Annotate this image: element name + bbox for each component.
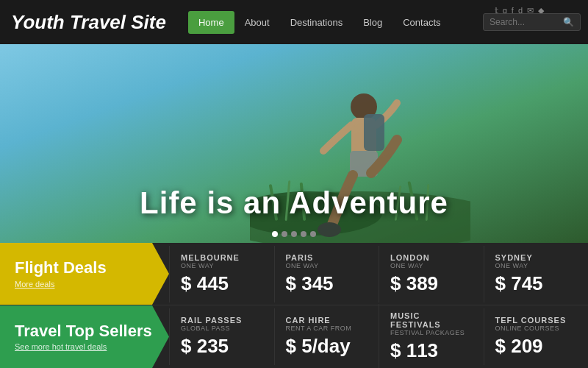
nav-item-home[interactable]: Home (188, 11, 234, 34)
flight-deals-row: Flight Deals More deals MELBOURNE ONE WA… (0, 243, 588, 305)
flight-deal-item-0: MELBOURNE ONE WAY $ 445 (169, 246, 274, 302)
deal-city: MELBOURNE (181, 253, 263, 262)
seller-subtitle: ONLINE COURSES (495, 325, 578, 332)
slider-dot-3[interactable] (291, 231, 297, 237)
deal-price: $ 445 (181, 272, 263, 295)
flight-deal-item-1: PARIS ONE WAY $ 345 (274, 246, 379, 302)
slider-dots (272, 231, 316, 237)
deal-city: SYDNEY (495, 253, 578, 262)
seller-price: $ 5/day (286, 335, 368, 358)
search-box: 🔍 (483, 13, 581, 31)
deal-subtitle: ONE WAY (495, 262, 578, 269)
seller-price: $ 209 (495, 335, 578, 358)
nav-item-blog[interactable]: Blog (353, 11, 392, 34)
deal-subtitle: ONE WAY (286, 262, 368, 269)
seller-city: MUSIC FESTIVALS (390, 311, 473, 329)
seller-subtitle: FESTIVAL PACKAGES (390, 329, 473, 336)
deal-city: LONDON (390, 253, 473, 262)
seller-subtitle: RENT A CAR FROM (286, 325, 368, 332)
nav-item-destinations[interactable]: Destinations (280, 11, 354, 34)
top-seller-item-3: TEFL COURSES ONLINE COURSES $ 209 (484, 308, 589, 365)
hero: Life is an Adventure (0, 44, 588, 243)
deal-subtitle: ONE WAY (181, 262, 263, 269)
top-sellers-title: Travel Top Sellers (15, 322, 154, 340)
deal-subtitle: ONE WAY (390, 262, 473, 269)
flight-deal-item-2: LONDON ONE WAY $ 389 (379, 246, 484, 302)
nav-item-about[interactable]: About (234, 11, 280, 34)
slider-dot-2[interactable] (282, 231, 287, 237)
flight-deals-link[interactable]: More deals (15, 280, 154, 289)
deal-city: PARIS (286, 253, 368, 262)
nav-item-contacts[interactable]: Contacts (392, 11, 451, 34)
top-sellers-items: RAIL PASSES GLOBAL PASS $ 235 CAR HIRE R… (169, 305, 588, 368)
flight-deals-title: Flight Deals (15, 259, 154, 277)
header: Youth Travel Site HomeAboutDestinationsB… (0, 0, 588, 44)
seller-city: CAR HIRE (286, 316, 368, 325)
flight-deals-label: Flight Deals More deals (0, 243, 169, 305)
top-sellers-link[interactable]: See more hot travel deals (15, 342, 154, 351)
slider-dot-1[interactable] (272, 231, 278, 237)
seller-city: RAIL PASSES (181, 316, 263, 325)
top-seller-item-0: RAIL PASSES GLOBAL PASS $ 235 (169, 308, 274, 365)
flight-deals-items: MELBOURNE ONE WAY $ 445 PARIS ONE WAY $ … (169, 243, 588, 305)
svg-point-12 (318, 222, 341, 237)
search-input[interactable] (490, 17, 563, 27)
top-sellers-label: Travel Top Sellers See more hot travel d… (0, 305, 169, 368)
seller-subtitle: GLOBAL PASS (181, 325, 263, 332)
flight-deal-item-3: SYDNEY ONE WAY $ 745 (484, 246, 589, 302)
top-seller-item-1: CAR HIRE RENT A CAR FROM $ 5/day (274, 308, 379, 365)
slider-dot-5[interactable] (310, 231, 316, 237)
hero-headline: Life is an Adventure (0, 185, 588, 221)
seller-price: $ 113 (390, 339, 473, 362)
deal-price: $ 389 (390, 272, 473, 295)
svg-rect-11 (364, 114, 384, 151)
site-title: Youth Travel Site (11, 11, 166, 34)
top-sellers-row: Travel Top Sellers See more hot travel d… (0, 305, 588, 368)
seller-city: TEFL COURSES (495, 316, 578, 325)
deal-price: $ 345 (286, 272, 368, 295)
seller-price: $ 235 (181, 335, 263, 358)
slider-dot-4[interactable] (301, 231, 306, 237)
deal-price: $ 745 (495, 272, 578, 295)
search-icon[interactable]: 🔍 (563, 17, 574, 27)
top-seller-item-2: MUSIC FESTIVALS FESTIVAL PACKAGES $ 113 (379, 304, 484, 368)
